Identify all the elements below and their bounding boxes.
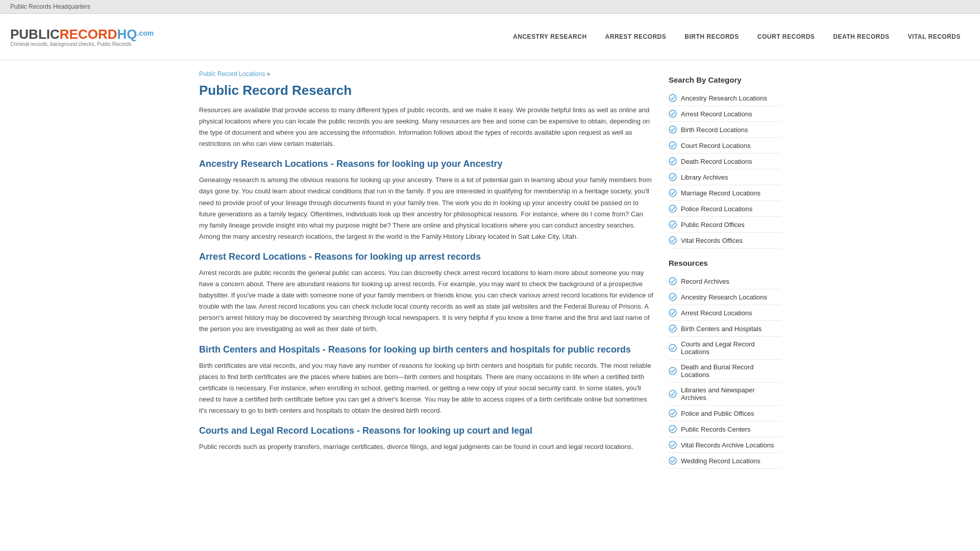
page-title: Public Record Research [199,83,653,98]
sidebar: Search By Category Ancestry Research Loc… [669,70,781,479]
sidebar-category-link[interactable]: Vital Records Offices [681,237,743,244]
svg-point-12 [669,309,676,316]
header: PUBLICRECORDHQ.com Criminal records, bac… [0,14,980,60]
topbar: Public Records Headquarters [0,0,980,14]
sidebar-resources-title: Resources [669,259,781,267]
sidebar-category-link[interactable]: Ancestry Research Locations [681,94,767,102]
list-item: Libraries and Newspaper Archives [669,383,781,406]
list-item: Birth Record Locations [669,122,781,138]
logo-record: RECORD [60,27,117,42]
check-icon [669,457,677,465]
check-icon [669,277,677,285]
check-icon [669,309,677,317]
sections-container: Ancestry Research Locations - Reasons fo… [199,159,653,453]
svg-point-9 [669,237,676,244]
topbar-label: Public Records Headquarters [10,3,90,10]
sidebar-category-link[interactable]: Court Record Locations [681,142,751,149]
sidebar-category-link[interactable]: Death Record Locations [681,158,752,165]
list-item: Ancestry Research Locations [669,90,781,106]
sidebar-category-link[interactable]: Library Archives [681,173,728,181]
check-icon [669,94,677,102]
svg-point-16 [669,390,676,397]
list-item: Marriage Record Locations [669,185,781,201]
sidebar-resource-link[interactable]: Wedding Record Locations [681,457,761,465]
svg-point-18 [669,425,676,433]
svg-point-4 [669,158,676,165]
list-item: Death Record Locations [669,154,781,169]
sidebar-category-list: Ancestry Research Locations Arrest Recor… [669,90,781,248]
sidebar-resource-link[interactable]: Arrest Record Locations [681,309,752,317]
svg-point-17 [669,410,676,417]
svg-point-7 [669,205,676,212]
svg-point-1 [669,110,676,117]
nav-item-court[interactable]: COURT RECORDS [748,19,824,55]
intro-text: Resources are available that provide acc… [199,105,653,149]
check-icon [669,236,677,244]
section-text-arrest: Arrest records are public records the ge… [199,267,653,335]
svg-point-13 [669,325,676,332]
sidebar-resource-link[interactable]: Public Records Centers [681,425,751,433]
breadcrumb-link[interactable]: Public Record Locations [199,70,265,78]
sidebar-resource-link[interactable]: Libraries and Newspaper Archives [681,386,781,402]
sidebar-resource-link[interactable]: Record Archives [681,278,729,285]
list-item: Vital Records Archive Locations [669,437,781,453]
svg-point-0 [669,94,676,102]
section-heading-courts: Courts and Legal Record Locations - Reas… [199,425,653,436]
check-icon [669,293,677,301]
sidebar-category-link[interactable]: Public Record Offices [681,221,745,229]
list-item: Record Archives [669,273,781,289]
section-text-birth: Birth certificates are vital records, an… [199,360,653,416]
section-heading-arrest: Arrest Record Locations - Reasons for lo… [199,252,653,262]
check-icon [669,409,677,417]
svg-point-3 [669,142,676,149]
svg-point-19 [669,441,676,448]
section-text-courts: Public records such as property transfer… [199,441,653,453]
list-item: Courts and Legal Record Locations [669,337,781,360]
sidebar-resource-link[interactable]: Ancestry Research Locations [681,293,767,301]
svg-point-20 [669,457,676,464]
list-item: Wedding Record Locations [669,453,781,469]
nav-item-ancestry[interactable]: ANCESTRY RESEARCH [504,19,596,55]
list-item: Library Archives [669,169,781,185]
svg-point-14 [669,344,676,352]
sidebar-category-link[interactable]: Birth Record Locations [681,126,748,134]
list-item: Ancestry Research Locations [669,289,781,305]
nav-item-vital[interactable]: VITAL RECORDS [899,19,970,55]
sidebar-category-title: Search By Category [669,76,781,84]
check-icon [669,425,677,433]
sidebar-resource-link[interactable]: Birth Centers and Hospitals [681,325,762,333]
content-area: Public Record Locations » Public Record … [199,70,653,479]
logo-com: .com [137,29,154,37]
list-item: Police and Public Offices [669,406,781,421]
sidebar-resource-link[interactable]: Police and Public Offices [681,410,754,417]
check-icon [669,157,677,165]
logo-public: PUBLIC [10,27,60,42]
svg-point-8 [669,221,676,228]
list-item: Arrest Record Locations [669,106,781,122]
logo: PUBLICRECORDHQ.com [10,27,154,42]
section-heading-birth: Birth Centers and Hospitals - Reasons fo… [199,344,653,355]
nav-item-arrest[interactable]: ARREST RECORDS [596,19,676,55]
sidebar-category-link[interactable]: Arrest Record Locations [681,110,752,118]
nav-item-birth[interactable]: BIRTH RECORDS [675,19,748,55]
check-icon [669,189,677,197]
sidebar-resource-link[interactable]: Vital Records Archive Locations [681,441,774,449]
sidebar-resource-link[interactable]: Courts and Legal Record Locations [681,340,781,356]
list-item: Arrest Record Locations [669,305,781,321]
sidebar-resources-list: Record Archives Ancestry Research Locati… [669,273,781,469]
sidebar-category-link[interactable]: Police Record Locations [681,205,752,213]
svg-point-5 [669,173,676,181]
check-icon [669,110,677,118]
main-nav: ANCESTRY RESEARCHARREST RECORDSBIRTH REC… [504,19,970,55]
check-icon [669,324,677,333]
check-icon [669,367,677,375]
sidebar-category-link[interactable]: Marriage Record Locations [681,189,761,197]
list-item: Death and Burial Record Locations [669,360,781,383]
svg-point-15 [669,367,676,374]
check-icon [669,390,677,398]
breadcrumb-separator: » [267,70,271,78]
nav-item-death[interactable]: DEATH RECORDS [824,19,898,55]
check-icon [669,344,677,352]
list-item: Birth Centers and Hospitals [669,321,781,337]
sidebar-resource-link[interactable]: Death and Burial Record Locations [681,363,781,379]
